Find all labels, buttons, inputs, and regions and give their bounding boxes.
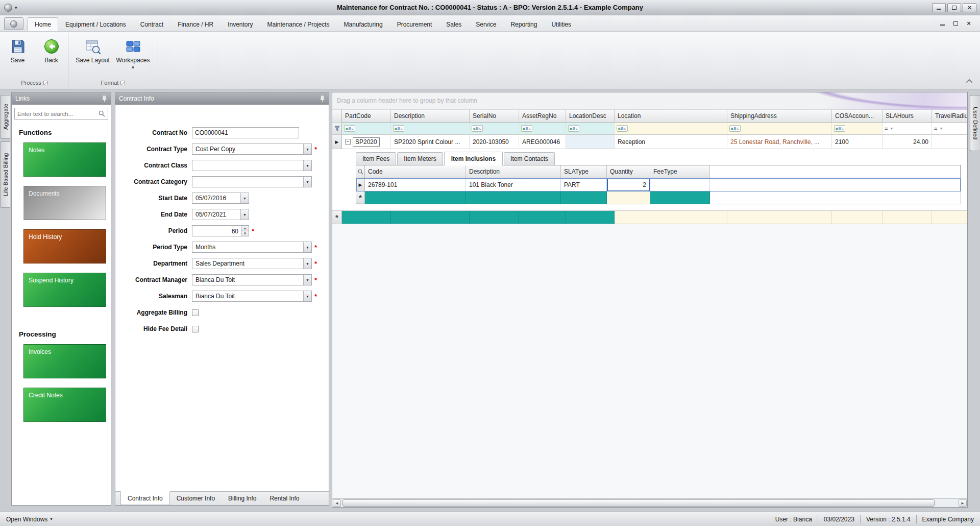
cell-location[interactable]: Reception	[615, 135, 727, 149]
suspend-history-button[interactable]: Suspend History	[23, 273, 106, 307]
ribbon-tab-home[interactable]: Home	[28, 17, 58, 31]
maximize-button[interactable]	[947, 3, 961, 12]
hold-history-button[interactable]: Hold History	[23, 229, 106, 264]
period-spinner[interactable]: 60 ▲ ▼	[192, 225, 249, 236]
new-cell-shippingaddress[interactable]	[727, 211, 832, 224]
detail-column-feetype[interactable]: FeeType	[650, 165, 710, 178]
scroll-left-button[interactable]: ◄	[333, 499, 341, 507]
ribbon-tab-service[interactable]: Service	[469, 17, 503, 31]
detail-column-quantity[interactable]: Quantity	[607, 165, 650, 178]
side-tab-aggregate[interactable]: Aggregate	[0, 95, 10, 139]
new-cell-slahours[interactable]	[883, 211, 932, 224]
open-windows-button[interactable]: Open Windows ▾	[6, 516, 52, 523]
column-header-shippingaddress[interactable]: ShippingAddress	[727, 110, 832, 123]
new-cell-travelradius[interactable]	[932, 211, 967, 224]
collapse-row-button[interactable]: −	[345, 139, 351, 145]
grid-group-panel[interactable]: Drag a column header here to group by th…	[332, 92, 967, 110]
credit-notes-button[interactable]: Credit Notes	[23, 388, 106, 422]
salesman-dropdown[interactable]: Bianca Du Toit ▼	[192, 291, 312, 302]
new-cell-locationdesc[interactable]	[566, 211, 615, 224]
period-type-dropdown[interactable]: Months ▼	[192, 242, 312, 253]
detail-search-cell[interactable]	[356, 165, 365, 178]
detail-cell-feetype[interactable]	[650, 178, 710, 192]
filter-cell-location[interactable]: aBc	[615, 123, 727, 135]
column-header-cosaccount[interactable]: COSAccoun...	[832, 110, 883, 123]
tab-billing-info[interactable]: Billing Info	[222, 492, 263, 505]
mdi-close-button[interactable]: ×	[965, 20, 973, 27]
close-button[interactable]: ×	[963, 3, 976, 12]
minimize-button[interactable]	[932, 3, 946, 12]
detail-cell-description[interactable]: 101 Black Toner	[466, 178, 561, 192]
column-header-partcode[interactable]: PartCode	[342, 110, 391, 123]
tab-item-fees[interactable]: Item Fees	[356, 152, 396, 165]
cell-serialno[interactable]: 2020-103050	[470, 135, 519, 149]
ribbon-tab-finance-hr[interactable]: Finance / HR	[170, 17, 220, 31]
scrollbar-thumb[interactable]	[342, 499, 935, 507]
ribbon-tab-procurement[interactable]: Procurement	[390, 17, 439, 31]
column-header-slahours[interactable]: SLAHours	[883, 110, 932, 123]
ribbon-tab-sales[interactable]: Sales	[439, 17, 469, 31]
chevron-down-icon[interactable]: ▼	[303, 242, 311, 252]
workspaces-button[interactable]: Workspaces ▼	[114, 36, 152, 78]
chevron-down-icon[interactable]: ▼	[240, 209, 249, 220]
detail-column-code[interactable]: Code	[365, 165, 466, 178]
mdi-restore-button[interactable]	[951, 20, 960, 27]
column-header-travelradius[interactable]: TravelRadiu...	[932, 110, 967, 123]
pin-icon[interactable]	[320, 95, 325, 102]
scrollbar-track[interactable]	[341, 499, 958, 507]
contract-category-dropdown[interactable]: ▼	[192, 176, 312, 187]
hide-fee-detail-checkbox[interactable]	[192, 326, 199, 332]
new-cell-location[interactable]	[615, 211, 727, 224]
tab-customer-info[interactable]: Customer Info	[170, 492, 222, 505]
application-menu-button[interactable]	[4, 17, 23, 30]
new-cell-description[interactable]	[391, 211, 470, 224]
chevron-down-icon[interactable]: ▼	[240, 193, 249, 203]
new-cell-cosaccount[interactable]	[832, 211, 883, 224]
ribbon-tab-utilities[interactable]: Utilities	[544, 17, 578, 31]
chevron-down-icon[interactable]: ▼	[303, 177, 311, 187]
scroll-right-button[interactable]: ►	[959, 499, 967, 507]
ribbon-tab-contract[interactable]: Contract	[133, 17, 170, 31]
ribbon-tab-reporting[interactable]: Reporting	[503, 17, 544, 31]
cell-travelradius[interactable]	[932, 135, 967, 149]
contract-type-dropdown[interactable]: Cost Per Copy ▼	[192, 144, 312, 155]
new-cell-serialno[interactable]	[470, 211, 519, 224]
chevron-down-icon[interactable]: ▼	[303, 291, 311, 301]
column-header-serialno[interactable]: SerialNo	[470, 110, 519, 123]
back-button[interactable]: Back	[36, 36, 67, 78]
chevron-down-icon[interactable]: ▼	[303, 160, 311, 171]
new-cell-feetype[interactable]	[650, 192, 710, 204]
contract-class-dropdown[interactable]: ▼	[192, 160, 312, 171]
cell-description[interactable]: SP2020 Sprint Colour ...	[391, 135, 470, 149]
filter-cell-assetregno[interactable]: aBc	[519, 123, 566, 135]
notes-button[interactable]: Notes	[23, 142, 106, 177]
detail-column-slatype[interactable]: SLAType	[561, 165, 607, 178]
ribbon-tab-inventory[interactable]: Inventory	[220, 17, 260, 31]
search-icon[interactable]	[99, 110, 105, 117]
tab-item-inclusions[interactable]: Item Inclusions	[444, 152, 503, 165]
mdi-minimize-button[interactable]	[938, 20, 946, 27]
end-date-field[interactable]: 05/07/2021 ▼	[192, 209, 249, 220]
detail-cell-slatype[interactable]: PART	[561, 178, 607, 192]
quick-access-caret-icon[interactable]: ▾	[15, 5, 17, 10]
filter-cell-shippingaddress[interactable]: aBc	[727, 123, 832, 135]
chevron-down-icon[interactable]: ▼	[303, 144, 311, 154]
cell-locationdesc[interactable]	[566, 135, 615, 149]
ribbon-tab-equipment-locations[interactable]: Equipment / Locations	[58, 17, 133, 31]
column-header-description[interactable]: Description	[391, 110, 470, 123]
ribbon-tab-manufacturing[interactable]: Manufacturing	[337, 17, 390, 31]
start-date-field[interactable]: 05/07/2016 ▼	[192, 193, 249, 204]
cell-slahours[interactable]: 24.00	[883, 135, 932, 149]
links-search-input[interactable]	[17, 111, 99, 117]
filter-cell-partcode[interactable]: aBc	[342, 123, 391, 135]
filter-cell-travelradius[interactable]: =▼	[932, 123, 967, 135]
process-group-launcher[interactable]	[43, 81, 48, 85]
side-tab-life-based-billing[interactable]: Life Based Billing	[0, 141, 10, 208]
cell-assetregno[interactable]: AREG000046	[519, 135, 566, 149]
tab-item-meters[interactable]: Item Meters	[397, 152, 443, 165]
detail-cell-quantity-focused[interactable]: 2	[607, 178, 650, 192]
filter-cell-locationdesc[interactable]: aBc	[566, 123, 615, 135]
filter-cell-slahours[interactable]: =▼	[883, 123, 932, 135]
new-cell-partcode[interactable]	[342, 211, 391, 224]
column-header-locationdesc[interactable]: LocationDesc	[566, 110, 615, 123]
